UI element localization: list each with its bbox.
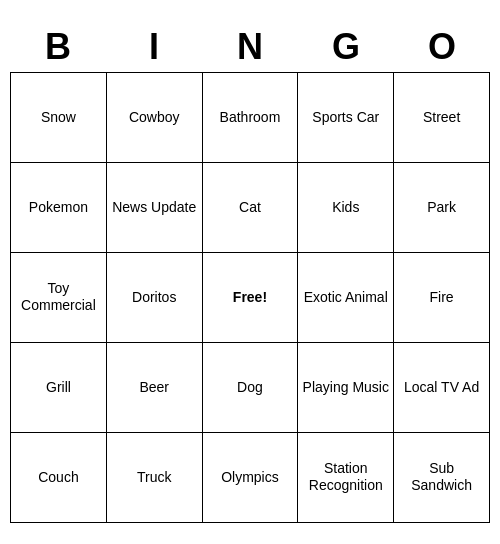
bingo-row-2: Toy CommercialDoritosFree!Exotic AnimalF… (11, 252, 490, 342)
bingo-row-3: GrillBeerDogPlaying MusicLocal TV Ad (11, 342, 490, 432)
bingo-row-4: CouchTruckOlympicsStation RecognitionSub… (11, 432, 490, 522)
bingo-cell-0-3: Sports Car (298, 72, 394, 162)
bingo-cell-4-1: Truck (106, 432, 202, 522)
bingo-row-0: SnowCowboyBathroomSports CarStreet (11, 72, 490, 162)
bingo-cell-2-4: Fire (394, 252, 490, 342)
bingo-cell-3-1: Beer (106, 342, 202, 432)
bingo-cell-4-2: Olympics (202, 432, 298, 522)
bingo-grid: SnowCowboyBathroomSports CarStreetPokemo… (10, 72, 490, 523)
bingo-cell-3-3: Playing Music (298, 342, 394, 432)
bingo-cell-3-2: Dog (202, 342, 298, 432)
bingo-cell-3-0: Grill (11, 342, 107, 432)
header-letter-n: N (202, 22, 298, 72)
bingo-cell-0-1: Cowboy (106, 72, 202, 162)
bingo-cell-4-0: Couch (11, 432, 107, 522)
bingo-cell-1-0: Pokemon (11, 162, 107, 252)
header-letter-o: O (394, 22, 490, 72)
bingo-cell-0-2: Bathroom (202, 72, 298, 162)
bingo-row-1: PokemonNews UpdateCatKidsPark (11, 162, 490, 252)
header-letter-g: G (298, 22, 394, 72)
bingo-header: BINGO (10, 22, 490, 72)
header-letter-b: B (10, 22, 106, 72)
bingo-cell-4-4: Sub Sandwich (394, 432, 490, 522)
bingo-card: BINGO SnowCowboyBathroomSports CarStreet… (10, 22, 490, 523)
bingo-cell-2-1: Doritos (106, 252, 202, 342)
bingo-cell-1-3: Kids (298, 162, 394, 252)
bingo-cell-0-0: Snow (11, 72, 107, 162)
bingo-cell-1-1: News Update (106, 162, 202, 252)
bingo-cell-4-3: Station Recognition (298, 432, 394, 522)
bingo-cell-1-2: Cat (202, 162, 298, 252)
bingo-cell-3-4: Local TV Ad (394, 342, 490, 432)
bingo-cell-1-4: Park (394, 162, 490, 252)
bingo-cell-0-4: Street (394, 72, 490, 162)
header-letter-i: I (106, 22, 202, 72)
bingo-cell-2-2: Free! (202, 252, 298, 342)
bingo-cell-2-0: Toy Commercial (11, 252, 107, 342)
bingo-cell-2-3: Exotic Animal (298, 252, 394, 342)
